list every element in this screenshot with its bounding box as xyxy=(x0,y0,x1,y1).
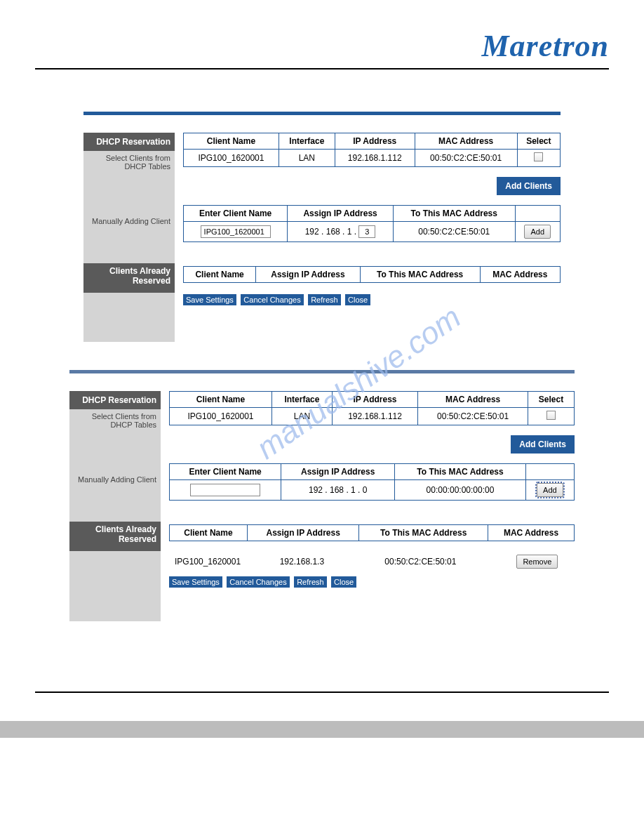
cell-interface: LAN xyxy=(279,150,335,167)
col-enter-name: Enter Client Name xyxy=(170,464,281,480)
col-mac: MAC Address xyxy=(418,392,528,408)
sidebar-title-dhcp: DHCP Reservation xyxy=(69,391,161,409)
col-enter-name: Enter Client Name xyxy=(184,206,288,222)
add-button[interactable]: Add xyxy=(537,483,563,497)
col-select: Select xyxy=(517,133,560,150)
col-ip: IP Address xyxy=(335,133,415,150)
col-to-mac: To This MAC Address xyxy=(359,525,488,541)
panel-dhcp-2: DHCP Reservation Select Clients from DHC… xyxy=(69,370,575,621)
clients-table: Client Name Interface IP Address MAC Add… xyxy=(183,133,561,167)
col-to-mac: To This MAC Address xyxy=(393,206,515,222)
reserved-table: Client Name Assign IP Address To This MA… xyxy=(183,266,561,283)
col-client-name: Client Name xyxy=(184,267,256,283)
cancel-changes-button[interactable]: Cancel Changes xyxy=(227,576,289,588)
add-clients-button[interactable]: Add Clients xyxy=(511,435,575,454)
col-interface: Interface xyxy=(279,133,335,150)
client-name-input[interactable] xyxy=(201,225,271,238)
footer-rule xyxy=(35,691,609,693)
reserved-table: Client Name Assign IP Address To This MA… xyxy=(169,524,575,541)
ip-last: 0 xyxy=(363,485,368,495)
cell-ip: 192.168.1.112 xyxy=(332,408,417,425)
brand-logo: Maretron xyxy=(481,28,609,64)
refresh-button[interactable]: Refresh xyxy=(294,576,327,588)
col-to-mac: To This MAC Address xyxy=(395,464,526,480)
ip-prefix: 192 . 168 . 1 . xyxy=(305,227,356,237)
manual-add-table: Enter Client Name Assign IP Address To T… xyxy=(169,463,575,501)
sidebar-clients-already: Clients Already Reserved xyxy=(69,522,161,551)
cell-mac: 00:50:C2:CE:50:01 xyxy=(415,150,517,167)
select-checkbox[interactable] xyxy=(546,411,556,420)
sidebar-manually-adding: Manually Adding Client xyxy=(83,214,175,263)
cell-mac: 00:50:C2:CE:50:01 xyxy=(418,408,528,425)
sidebar-select-clients: Select Clients from DHCP Tables xyxy=(83,151,175,214)
cell-to-mac: 00:50:C2:CE:50:01 xyxy=(393,222,515,242)
cell-client-name: IPG100_1620001 xyxy=(184,150,279,167)
cell-ip: 192.168.1.112 xyxy=(335,150,415,167)
clients-table: Client Name Interface IP Address MAC Add… xyxy=(169,391,575,425)
bottom-bar xyxy=(0,721,644,738)
sidebar-manually-adding: Manually Adding Client xyxy=(69,472,161,522)
col-select: Select xyxy=(528,392,575,408)
col-assign-ip: Assign IP Address xyxy=(288,206,394,222)
col-client-name: Client Name xyxy=(170,525,248,541)
cell-assign-ip: 192.168.1.3 xyxy=(276,552,380,571)
col-assign-ip: Assign IP Address xyxy=(281,464,395,480)
close-button[interactable]: Close xyxy=(345,294,370,305)
close-button[interactable]: Close xyxy=(331,576,356,588)
save-settings-button[interactable]: Save Settings xyxy=(169,576,222,588)
cell-interface: LAN xyxy=(271,408,332,425)
add-button[interactable]: Add xyxy=(524,225,551,239)
panel-dhcp-1: DHCP Reservation Select Clients from DHC… xyxy=(83,112,561,342)
col-mac-addr: MAC Address xyxy=(488,525,575,541)
reserved-data: IPG100_1620001 192.168.1.3 00:50:C2:CE:5… xyxy=(169,551,575,572)
remove-button[interactable]: Remove xyxy=(516,555,558,569)
table-row: IPG100_1620001 LAN 192.168.1.112 00:50:C… xyxy=(184,150,561,167)
sidebar-clients-already: Clients Already Reserved xyxy=(83,263,175,293)
table-row: 192 . 168 . 1 . 00:50:C2:CE:50:01 Add xyxy=(184,222,561,242)
col-ip: IP Address xyxy=(332,392,417,408)
manual-add-table: Enter Client Name Assign IP Address To T… xyxy=(183,205,561,242)
ip-prefix: 192 . 168 . 1 . xyxy=(309,485,360,495)
ip-octet-input[interactable] xyxy=(358,225,375,238)
cell-to-mac: 00:00:00:00:00:00 xyxy=(395,480,526,501)
cell-client-name: IPG100_1620001 xyxy=(170,408,272,425)
table-row: IPG100_1620001 LAN 192.168.1.112 00:50:C… xyxy=(170,408,575,425)
refresh-button[interactable]: Refresh xyxy=(308,294,341,305)
cell-to-mac: 00:50:C2:CE:50:01 xyxy=(380,552,499,571)
col-mac-addr: MAC Address xyxy=(480,267,560,283)
col-mac: MAC Address xyxy=(415,133,517,150)
col-client-name: Client Name xyxy=(170,392,272,408)
cell-client-name: IPG100_1620001 xyxy=(170,552,274,571)
cancel-changes-button[interactable]: Cancel Changes xyxy=(241,294,303,305)
doc-header: Maretron xyxy=(35,28,609,70)
client-name-input[interactable] xyxy=(190,484,260,496)
table-row: 192 . 168 . 1 . 0 00:00:00:00:00:00 Add xyxy=(170,480,575,501)
save-settings-button[interactable]: Save Settings xyxy=(183,294,236,305)
col-interface: Interface xyxy=(271,392,332,408)
col-assign-ip: Assign IP Address xyxy=(256,267,360,283)
select-checkbox[interactable] xyxy=(534,152,543,161)
col-assign-ip: Assign IP Address xyxy=(247,525,358,541)
table-row: IPG100_1620001 192.168.1.3 00:50:C2:CE:5… xyxy=(170,552,573,571)
sidebar-title-dhcp: DHCP Reservation xyxy=(83,133,175,151)
add-clients-button[interactable]: Add Clients xyxy=(497,177,561,195)
sidebar-select-clients: Select Clients from DHCP Tables xyxy=(69,409,161,472)
col-to-mac: To This MAC Address xyxy=(360,267,480,283)
col-client-name: Client Name xyxy=(184,133,279,150)
